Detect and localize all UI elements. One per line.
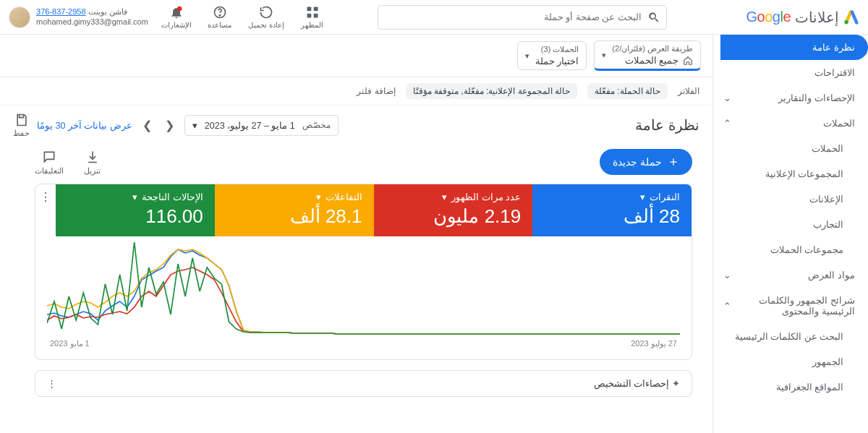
nav-campaigns[interactable]: الحملات <box>713 136 868 161</box>
chevron-down-icon: ▾ <box>132 192 137 202</box>
account-email: mohamed.gimy333@gmail.com <box>36 17 148 27</box>
appearance-tool[interactable]: المظهر <box>297 5 328 29</box>
metric-impressions[interactable]: عدد مرات الظهور ▾ 2.19 مليون <box>374 184 533 236</box>
chevron-down-icon: ▾ <box>192 120 197 131</box>
card-menu[interactable]: ⋮ <box>35 184 56 236</box>
nav-audiences-header[interactable]: شرائح الجمهور والكلمات الرئيسية والمحتوى… <box>713 288 868 324</box>
side-nav: نظرة عامة الاقتراحات الإحصاءات والتقارير… <box>712 35 868 433</box>
comment-icon <box>42 150 56 164</box>
product-label: إعلانات <box>795 9 839 26</box>
save-view[interactable]: حفظ <box>13 113 30 137</box>
diagnostics-card[interactable]: ✦ إحصاءات التشخيص ⋮ <box>35 370 692 397</box>
sparkle-icon: ✦ <box>672 378 680 389</box>
chevron-down-icon: ▾ <box>316 192 321 202</box>
date-prev[interactable]: ❮ <box>162 116 177 135</box>
overview-chart: 27 يوليو 2023 1 مايو 2023 <box>35 236 692 359</box>
help-icon <box>213 5 227 20</box>
new-campaign-button[interactable]: حملة جديدة <box>600 149 692 175</box>
grid-icon <box>305 5 320 20</box>
brand: إعلانات Google <box>746 9 859 26</box>
account-switcher[interactable]: 376-837-2958 فاشن بوينت mohamed.gimy333@… <box>9 7 148 28</box>
nav-audiences[interactable]: الجمهور <box>713 349 868 374</box>
main-content: طريقة العرض (فلتَران/2) جميع الحملات ▾ ا… <box>0 35 712 433</box>
top-header: إعلانات Google المظهر إعادة تحميل مساعدة… <box>0 0 868 35</box>
svg-point-6 <box>219 15 220 16</box>
search-box[interactable] <box>378 5 667 30</box>
nav-campaigns-header[interactable]: الحملات⌃ <box>713 111 868 136</box>
ads-logo-icon <box>843 9 859 25</box>
metric-conversions[interactable]: الإحالات الناجحة ▾ 116.00 <box>56 184 215 236</box>
svg-rect-2 <box>313 7 318 12</box>
card-menu[interactable]: ⋮ <box>47 378 56 389</box>
reload-tool[interactable]: إعادة تحميل <box>248 5 284 29</box>
download-icon <box>85 150 100 164</box>
nav-campaign-groups[interactable]: مجموعات الحملات <box>713 237 868 262</box>
last-30-days-link[interactable]: عرض بيانات آخر 30 يومًا <box>37 120 132 131</box>
page-title: نظرة عامة <box>635 116 699 134</box>
comments-button[interactable]: التعليقات <box>35 150 64 175</box>
metric-interactions[interactable]: التفاعلات ▾ 28.1 ألف <box>215 184 374 236</box>
chevron-down-icon: ⌄ <box>723 93 731 103</box>
date-next[interactable]: ❯ <box>140 116 155 135</box>
account-id-link[interactable]: 376-837-2958 <box>36 7 86 16</box>
add-filter[interactable]: إضافة فلتر <box>357 86 395 96</box>
metric-clicks[interactable]: النقرات ▾ 28 ألف <box>532 184 692 236</box>
search-icon <box>647 11 660 24</box>
scope-campaign[interactable]: الحملات (3) اختيار حملة ▾ <box>517 41 587 70</box>
notifications-tool[interactable]: الإشعارات <box>161 5 192 29</box>
save-icon <box>14 113 29 127</box>
chevron-down-icon: ▾ <box>640 192 645 202</box>
chevron-up-icon: ⌃ <box>723 118 731 129</box>
help-tool[interactable]: مساعدة <box>205 5 235 29</box>
svg-point-0 <box>844 20 848 23</box>
chevron-down-icon: ⌄ <box>723 270 731 280</box>
search-input[interactable] <box>384 12 642 22</box>
home-icon <box>683 56 693 66</box>
nav-suggestions[interactable]: الاقتراحات <box>713 60 868 85</box>
filters-label: الفلاتر <box>678 86 699 96</box>
nav-experiments[interactable]: التجارب <box>713 212 868 237</box>
chevron-down-icon: ▾ <box>442 192 447 202</box>
chevron-up-icon: ⌃ <box>723 301 731 312</box>
axis-start: 27 يوليو 2023 <box>631 339 677 348</box>
plus-icon <box>668 156 679 168</box>
date-range-picker[interactable]: مخصّص 1 مايو – 27 يوليو، 2023 ▾ <box>184 115 339 136</box>
overview-card: النقرات ▾ 28 ألف عدد مرات الظهور ▾ 2.19 … <box>35 184 692 360</box>
svg-rect-1 <box>307 7 311 12</box>
filter-chip-campaign-status[interactable]: حالة الحملة: مفعّلة <box>587 83 668 99</box>
download-button[interactable]: تنزيل <box>84 150 101 175</box>
svg-point-7 <box>177 7 182 12</box>
nav-ads[interactable]: الإعلانات <box>713 187 868 212</box>
filter-chip-adgroup-status[interactable]: حالة المجموعة الإعلانية: مفعّلة, متوقفة … <box>406 83 577 99</box>
avatar[interactable] <box>9 7 30 28</box>
chevron-down-icon: ▾ <box>525 51 529 61</box>
line-chart <box>47 242 680 336</box>
svg-rect-4 <box>313 14 318 18</box>
nav-stats[interactable]: الإحصاءات والتقارير⌄ <box>713 85 868 111</box>
filter-bar: الفلاتر حالة الحملة: مفعّلة حالة المجموع… <box>0 77 712 106</box>
axis-end: 1 مايو 2023 <box>50 339 90 348</box>
nav-adgroups[interactable]: المجموعات الإعلانية <box>713 161 868 187</box>
scope-view[interactable]: طريقة العرض (فلتَران/2) جميع الحملات ▾ <box>594 40 701 71</box>
nav-kw-search[interactable]: البحث عن الكلمات الرئيسية <box>713 324 868 349</box>
nav-assets[interactable]: مواد العرض⌄ <box>713 262 868 288</box>
nav-overview[interactable]: نظرة عامة <box>720 35 868 60</box>
svg-rect-3 <box>307 14 311 18</box>
reload-icon <box>259 5 273 20</box>
nav-geo[interactable]: المواقع الجغرافية <box>713 374 868 400</box>
google-wordmark: Google <box>746 9 791 25</box>
scope-bar: طريقة العرض (فلتَران/2) جميع الحملات ▾ ا… <box>0 35 712 77</box>
bell-icon <box>169 5 184 20</box>
chevron-down-icon: ▾ <box>602 51 606 60</box>
